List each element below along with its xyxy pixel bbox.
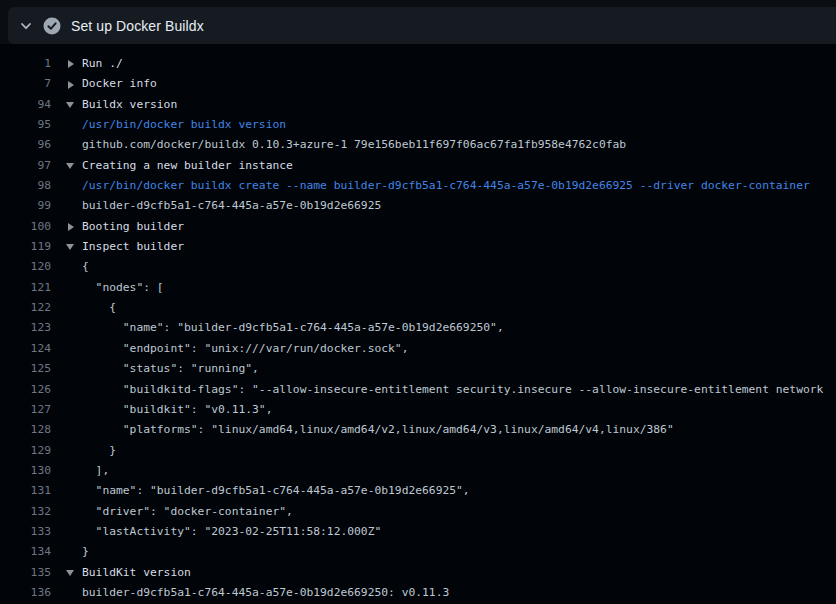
group-toggle[interactable] bbox=[66, 244, 82, 250]
group-title: BuildKit version bbox=[82, 563, 836, 583]
log-line: 120{ bbox=[0, 257, 836, 277]
command-text: /usr/bin/docker buildx create --name bui… bbox=[82, 176, 836, 196]
line-number[interactable]: 98 bbox=[0, 176, 51, 196]
log-group-row[interactable]: 97Creating a new builder instance bbox=[0, 156, 836, 176]
line-number[interactable]: 1 bbox=[0, 54, 51, 74]
output-text: "platforms": "linux/amd64,linux/amd64/v2… bbox=[82, 420, 836, 440]
group-toggle[interactable] bbox=[66, 60, 82, 68]
line-number[interactable]: 125 bbox=[0, 359, 51, 379]
output-text: builder-d9cfb5a1-c764-445a-a57e-0b19d2e6… bbox=[82, 583, 836, 603]
output-text: github.com/docker/buildx 0.10.3+azure-1 … bbox=[82, 135, 836, 155]
line-number[interactable]: 95 bbox=[0, 115, 51, 135]
group-toggle[interactable] bbox=[66, 223, 82, 231]
line-number[interactable]: 124 bbox=[0, 339, 51, 359]
log-group-row[interactable]: 135BuildKit version bbox=[0, 563, 836, 583]
line-number[interactable]: 96 bbox=[0, 135, 51, 155]
output-text: } bbox=[82, 542, 836, 562]
output-text: "name": "builder-d9cfb5a1-c764-445a-a57e… bbox=[82, 481, 836, 501]
log-group-row[interactable]: 94Buildx version bbox=[0, 95, 836, 115]
line-number[interactable]: 131 bbox=[0, 481, 51, 501]
log-line: 126 "buildkitd-flags": "--allow-insecure… bbox=[0, 380, 836, 400]
log-line: 124 "endpoint": "unix:///var/run/docker.… bbox=[0, 339, 836, 359]
log-line: 127 "buildkit": "v0.11.3", bbox=[0, 400, 836, 420]
line-number[interactable]: 7 bbox=[0, 74, 51, 94]
log-line: 123 "name": "builder-d9cfb5a1-c764-445a-… bbox=[0, 318, 836, 338]
group-collapsed-icon[interactable] bbox=[68, 81, 74, 89]
line-number[interactable]: 130 bbox=[0, 461, 51, 481]
line-number[interactable]: 122 bbox=[0, 298, 51, 318]
output-text: "status": "running", bbox=[82, 359, 836, 379]
line-number[interactable]: 126 bbox=[0, 380, 51, 400]
line-number[interactable]: 123 bbox=[0, 318, 51, 338]
line-number[interactable]: 94 bbox=[0, 95, 51, 115]
line-number[interactable]: 134 bbox=[0, 542, 51, 562]
log-line: 125 "status": "running", bbox=[0, 359, 836, 379]
log-line: 96github.com/docker/buildx 0.10.3+azure-… bbox=[0, 135, 836, 155]
line-number[interactable]: 128 bbox=[0, 420, 51, 440]
output-text: builder-d9cfb5a1-c764-445a-a57e-0b19d2e6… bbox=[82, 196, 836, 216]
line-number[interactable]: 127 bbox=[0, 400, 51, 420]
line-number[interactable]: 119 bbox=[0, 237, 51, 257]
group-title: Docker info bbox=[82, 74, 836, 94]
output-text: { bbox=[82, 298, 836, 318]
log-line: 133 "lastActivity": "2023-02-25T11:58:12… bbox=[0, 522, 836, 542]
log-line: 95/usr/bin/docker buildx version bbox=[0, 115, 836, 135]
output-text: "driver": "docker-container", bbox=[82, 502, 836, 522]
log-line: 99builder-d9cfb5a1-c764-445a-a57e-0b19d2… bbox=[0, 196, 836, 216]
group-toggle[interactable] bbox=[66, 163, 82, 169]
line-number[interactable]: 135 bbox=[0, 563, 51, 583]
group-toggle[interactable] bbox=[66, 102, 82, 108]
step-header[interactable]: Set up Docker Buildx bbox=[8, 7, 836, 44]
log-line: 130 ], bbox=[0, 461, 836, 481]
log-line: 128 "platforms": "linux/amd64,linux/amd6… bbox=[0, 420, 836, 440]
log-line: 98/usr/bin/docker buildx create --name b… bbox=[0, 176, 836, 196]
group-collapsed-icon[interactable] bbox=[68, 60, 74, 68]
line-number[interactable]: 129 bbox=[0, 441, 51, 461]
output-text: "endpoint": "unix:///var/run/docker.sock… bbox=[82, 339, 836, 359]
log-area: 1Run ./7Docker info94Buildx version95/us… bbox=[0, 44, 836, 604]
group-title: Booting builder bbox=[82, 217, 836, 237]
log-line: 129 } bbox=[0, 441, 836, 461]
log-group-row[interactable]: 100Booting builder bbox=[0, 217, 836, 237]
output-text: { bbox=[82, 257, 836, 277]
output-text: } bbox=[82, 441, 836, 461]
line-number[interactable]: 100 bbox=[0, 217, 51, 237]
log-line: 132 "driver": "docker-container", bbox=[0, 502, 836, 522]
group-collapsed-icon[interactable] bbox=[68, 223, 74, 231]
log-line: 122 { bbox=[0, 298, 836, 318]
group-expanded-icon[interactable] bbox=[66, 570, 74, 576]
line-number[interactable]: 136 bbox=[0, 583, 51, 603]
log-group-row[interactable]: 1Run ./ bbox=[0, 54, 836, 74]
chevron-down-icon[interactable] bbox=[19, 19, 33, 33]
log-line: 134} bbox=[0, 542, 836, 562]
log-line: 121 "nodes": [ bbox=[0, 278, 836, 298]
output-text: "nodes": [ bbox=[82, 278, 836, 298]
group-expanded-icon[interactable] bbox=[66, 163, 74, 169]
command-text: /usr/bin/docker buildx version bbox=[82, 115, 836, 135]
output-text: "buildkitd-flags": "--allow-insecure-ent… bbox=[82, 380, 836, 400]
group-title: Creating a new builder instance bbox=[82, 156, 836, 176]
log-line: 131 "name": "builder-d9cfb5a1-c764-445a-… bbox=[0, 481, 836, 501]
output-text: "name": "builder-d9cfb5a1-c764-445a-a57e… bbox=[82, 318, 836, 338]
line-number[interactable]: 121 bbox=[0, 278, 51, 298]
group-expanded-icon[interactable] bbox=[66, 102, 74, 108]
workflow-log-page: Set up Docker Buildx 1Run ./7Docker info… bbox=[0, 0, 836, 604]
group-toggle[interactable] bbox=[66, 81, 82, 89]
group-toggle[interactable] bbox=[66, 570, 82, 576]
output-text: "lastActivity": "2023-02-25T11:58:12.000… bbox=[82, 522, 836, 542]
line-number[interactable]: 97 bbox=[0, 156, 51, 176]
group-title: Buildx version bbox=[82, 95, 836, 115]
check-circle-icon bbox=[43, 17, 61, 35]
line-number[interactable]: 120 bbox=[0, 257, 51, 277]
line-number[interactable]: 99 bbox=[0, 196, 51, 216]
log-line: 136builder-d9cfb5a1-c764-445a-a57e-0b19d… bbox=[0, 583, 836, 603]
group-expanded-icon[interactable] bbox=[66, 244, 74, 250]
log-group-row[interactable]: 7Docker info bbox=[0, 74, 836, 94]
output-text: "buildkit": "v0.11.3", bbox=[82, 400, 836, 420]
group-title: Inspect builder bbox=[82, 237, 836, 257]
step-title: Set up Docker Buildx bbox=[71, 18, 204, 34]
line-number[interactable]: 133 bbox=[0, 522, 51, 542]
log-group-row[interactable]: 119Inspect builder bbox=[0, 237, 836, 257]
line-number[interactable]: 132 bbox=[0, 502, 51, 522]
group-title: Run ./ bbox=[82, 54, 836, 74]
